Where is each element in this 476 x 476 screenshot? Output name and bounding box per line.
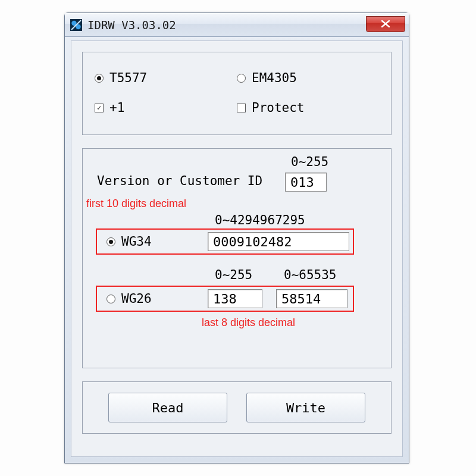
checkbox-protect[interactable]: Protect <box>237 101 305 115</box>
radio-wg34[interactable]: WG34 <box>107 234 152 249</box>
wg26-input-b[interactable] <box>276 289 347 308</box>
window-title: IDRW V3.03.02 <box>87 18 366 32</box>
customer-id-input[interactable] <box>285 173 327 192</box>
radio-dot-icon <box>107 295 115 303</box>
annotation-first10: first 10 digits decimal <box>86 198 186 210</box>
customer-id-range: 0~255 <box>291 155 328 169</box>
write-button[interactable]: Write <box>246 393 365 422</box>
radio-em4305-label: EM4305 <box>252 71 297 85</box>
read-button-label: Read <box>152 400 184 415</box>
close-button[interactable] <box>366 16 405 32</box>
radio-wg26-label: WG26 <box>121 292 152 306</box>
client-area: T5577 EM4305 +1 <box>71 40 403 457</box>
checkbox-plus1[interactable]: +1 <box>95 101 124 115</box>
titlebar: IDRW V3.03.02 <box>65 13 409 37</box>
customer-id-label: Version or Customer ID <box>97 174 262 188</box>
id-fields-group: 0~255 Version or Customer ID first 10 di… <box>82 148 392 368</box>
close-icon <box>380 20 391 28</box>
wg34-range: 0~4294967295 <box>215 213 305 227</box>
chip-options-group: T5577 EM4305 +1 <box>82 52 392 135</box>
radio-dot-icon <box>107 237 115 246</box>
wg26-input-a[interactable] <box>208 289 262 308</box>
app-window: IDRW V3.03.02 T5577 <box>64 12 409 464</box>
radio-dot-icon <box>95 74 104 83</box>
radio-dot-icon <box>237 74 246 83</box>
action-buttons-group: Read Write <box>82 381 392 434</box>
checkbox-plus1-label: +1 <box>109 101 124 115</box>
checkbox-icon <box>237 104 246 112</box>
wg26-range-b: 0~65535 <box>284 268 337 282</box>
wg34-input[interactable] <box>208 232 349 251</box>
radio-t5577[interactable]: T5577 <box>95 71 147 85</box>
radio-wg26[interactable]: WG26 <box>107 292 152 306</box>
read-button[interactable]: Read <box>108 393 227 422</box>
radio-em4305[interactable]: EM4305 <box>237 71 297 85</box>
radio-t5577-label: T5577 <box>109 71 147 85</box>
write-button-label: Write <box>286 400 325 415</box>
radio-wg34-label: WG34 <box>121 234 152 249</box>
annotation-last8: last 8 digits decimal <box>202 317 295 329</box>
checkbox-protect-label: Protect <box>252 101 305 115</box>
checkbox-icon <box>95 104 104 112</box>
app-icon <box>70 18 83 32</box>
wg26-range-a: 0~255 <box>215 268 252 282</box>
